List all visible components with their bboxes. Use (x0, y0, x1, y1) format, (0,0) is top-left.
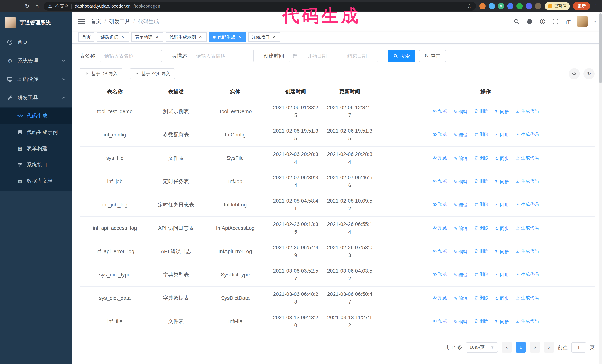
sidebar-item-system-api[interactable]: 系统接口 (0, 157, 72, 173)
page-button-1[interactable]: 1 (516, 342, 526, 353)
sidebar-item-infra[interactable]: 基础设施 (0, 70, 72, 89)
bookmark-star-icon[interactable]: ☆ (467, 3, 472, 9)
preview-action[interactable]: 预览 (432, 247, 447, 255)
avatar[interactable] (577, 16, 588, 27)
delete-action[interactable]: 删除 (474, 247, 488, 255)
generate-code-action[interactable]: 生成代码 (516, 294, 539, 302)
scrollbar-thumb[interactable] (599, 13, 602, 83)
generate-code-action[interactable]: 生成代码 (516, 224, 539, 232)
breadcrumb-devtools[interactable]: 研发工具 (109, 18, 130, 25)
home-icon[interactable]: ⌂ (34, 3, 40, 9)
fullscreen-icon[interactable] (552, 18, 559, 25)
import-sql-button[interactable]: 基于 SQL 导入 (130, 68, 175, 79)
generate-code-action[interactable]: 生成代码 (516, 107, 539, 115)
hamburger-icon[interactable] (78, 18, 85, 25)
close-icon[interactable]: × (237, 34, 242, 40)
breadcrumb-home[interactable]: 首页 (91, 18, 101, 25)
generate-code-action[interactable]: 生成代码 (516, 131, 539, 138)
extension-icon[interactable] (516, 3, 523, 9)
sync-action[interactable]: ↻ 同步 (495, 318, 509, 326)
generate-code-action[interactable]: 生成代码 (516, 200, 539, 208)
delete-action[interactable]: 删除 (474, 177, 488, 185)
edit-action[interactable]: ✎ 编辑 (454, 271, 467, 279)
extension-icon[interactable] (535, 3, 541, 9)
edit-action[interactable]: ✎ 编辑 (454, 295, 467, 302)
edit-action[interactable]: ✎ 编辑 (454, 248, 467, 256)
sync-action[interactable]: ↻ 同步 (495, 201, 509, 209)
generate-code-action[interactable]: 生成代码 (516, 317, 539, 325)
sync-action[interactable]: ↻ 同步 (495, 155, 509, 162)
extension-icon[interactable] (489, 3, 495, 9)
sync-action[interactable]: ↻ 同步 (495, 271, 509, 279)
sync-action[interactable]: ↻ 同步 (495, 225, 509, 232)
preview-action[interactable]: 预览 (432, 294, 447, 302)
address-bar[interactable]: ⚠ 不安全 dashboard.yudao.iocoder.cn /tool/c… (44, 2, 476, 10)
date-range-picker[interactable]: 开始日期 - 结束日期 (289, 50, 378, 62)
tab[interactable]: 代码生成示例 × (166, 32, 207, 42)
generate-code-action[interactable]: 生成代码 (516, 177, 539, 185)
help-icon[interactable]: ? (539, 18, 546, 25)
table-name-input[interactable] (100, 50, 162, 62)
date-start-placeholder[interactable]: 开始日期 (300, 53, 334, 59)
delete-action[interactable]: 删除 (474, 131, 488, 138)
next-page-button[interactable]: › (544, 342, 554, 353)
goto-page-input[interactable] (571, 342, 586, 353)
back-icon[interactable]: ← (4, 3, 10, 9)
delete-action[interactable]: 删除 (474, 154, 488, 162)
close-icon[interactable]: × (120, 34, 125, 40)
edit-action[interactable]: ✎ 编辑 (454, 178, 467, 186)
extension-icon[interactable] (507, 3, 514, 9)
delete-action[interactable]: 删除 (474, 317, 488, 325)
sync-action[interactable]: ↻ 同步 (495, 248, 509, 256)
sync-action[interactable]: ↻ 同步 (495, 178, 509, 186)
update-button[interactable]: 更新 (573, 2, 590, 10)
extension-icon[interactable] (526, 3, 532, 9)
preview-action[interactable]: 预览 (432, 107, 447, 115)
preview-action[interactable]: 预览 (432, 131, 447, 138)
delete-action[interactable]: 删除 (474, 270, 488, 278)
page-button-2[interactable]: 2 (530, 342, 540, 353)
extension-icon[interactable] (479, 3, 486, 9)
tab[interactable]: 代码生成 × (209, 32, 246, 42)
refresh-table-button[interactable]: ↻ (583, 68, 595, 79)
extension-icon[interactable]: V (498, 3, 504, 9)
preview-action[interactable]: 预览 (432, 177, 447, 185)
edit-action[interactable]: ✎ 编辑 (454, 131, 467, 139)
sidebar-item-devtools[interactable]: 研发工具 (0, 89, 72, 107)
edit-action[interactable]: ✎ 编辑 (454, 318, 467, 326)
edit-action[interactable]: ✎ 编辑 (454, 155, 467, 162)
paused-badge[interactable]: 已暂停 (545, 2, 570, 10)
sidebar-item-db-doc[interactable]: ▤ 数据库文档 (0, 173, 72, 189)
delete-action[interactable]: 删除 (474, 224, 488, 232)
generate-code-action[interactable]: 生成代码 (516, 270, 539, 278)
delete-action[interactable]: 删除 (474, 200, 488, 208)
table-desc-input[interactable] (192, 50, 254, 62)
delete-action[interactable]: 删除 (474, 294, 488, 302)
tab[interactable]: 首页 × (78, 32, 95, 42)
delete-action[interactable]: 删除 (474, 107, 488, 115)
reload-icon[interactable]: ↻ (24, 3, 30, 9)
page-size-select[interactable]: 10条/页 ▼ (466, 342, 498, 353)
preview-action[interactable]: 预览 (432, 317, 447, 325)
toggle-search-button[interactable] (569, 68, 580, 79)
edit-action[interactable]: ✎ 编辑 (454, 108, 467, 116)
sync-action[interactable]: ↻ 同步 (495, 131, 509, 139)
import-db-button[interactable]: 基于 DB 导入 (80, 68, 122, 79)
font-size-icon[interactable]: TT (565, 18, 570, 25)
close-icon[interactable]: × (154, 34, 160, 40)
sidebar-item-codegen[interactable]: </> 代码生成 (0, 108, 72, 124)
preview-action[interactable]: 预览 (432, 154, 447, 162)
browser-menu-icon[interactable]: ⋮ (593, 3, 598, 9)
tab[interactable]: 表单构建 × (131, 32, 163, 42)
sync-action[interactable]: ↻ 同步 (495, 108, 509, 116)
search-button[interactable]: 搜索 (388, 50, 415, 62)
close-icon[interactable]: × (198, 34, 203, 40)
reset-button[interactable]: ↻ 重置 (419, 50, 446, 62)
prev-page-button[interactable]: ‹ (502, 342, 512, 353)
edit-action[interactable]: ✎ 编辑 (454, 225, 467, 232)
preview-action[interactable]: 预览 (432, 224, 447, 232)
edit-action[interactable]: ✎ 编辑 (454, 201, 467, 209)
caret-down-icon[interactable]: ▾ (594, 19, 596, 24)
generate-code-action[interactable]: 生成代码 (516, 154, 539, 162)
github-icon[interactable] (526, 18, 533, 25)
